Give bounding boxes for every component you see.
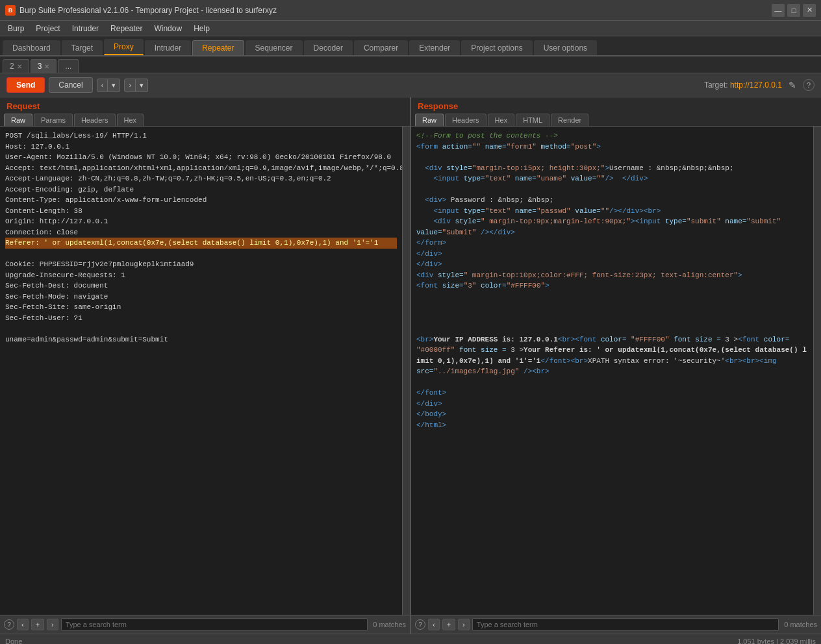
request-tab-raw[interactable]: Raw — [4, 114, 32, 126]
request-content[interactable]: POST /sqli_labs/Less-19/ HTTP/1.1 Host: … — [0, 127, 402, 615]
response-tab-html[interactable]: HTML — [516, 114, 549, 126]
request-search-help[interactable]: ? — [4, 619, 14, 630]
burpsuite-logo: B — [5, 5, 16, 16]
request-search-clear[interactable]: › — [47, 619, 58, 630]
tab-repeater[interactable]: Repeater — [192, 40, 244, 55]
request-pane: Request Raw Params Headers Hex POST /sql… — [0, 97, 411, 634]
request-search-input[interactable] — [61, 618, 368, 631]
repeater-tab-2[interactable]: 2 ✕ — [3, 59, 29, 73]
request-highlighted-line: Referer: ' or updatexml(1,concat(0x7e,(s… — [5, 238, 397, 249]
menu-project[interactable]: Project — [31, 23, 65, 34]
nav-forward-group: › ▾ — [124, 79, 148, 92]
resp-comment: <!--Form to post the contents --> — [416, 132, 558, 140]
tab-extender[interactable]: Extender — [409, 40, 460, 55]
repeater-tab-3-label: 3 — [38, 62, 42, 71]
nav-forward-button[interactable]: › — [124, 79, 136, 92]
menu-repeater[interactable]: Repeater — [105, 23, 147, 34]
menu-window[interactable]: Window — [149, 23, 187, 34]
response-body-container: <!--Form to post the contents --> <form … — [411, 127, 821, 615]
menu-burp[interactable]: Burp — [3, 23, 29, 34]
request-tab-params[interactable]: Params — [34, 114, 73, 126]
cancel-button[interactable]: Cancel — [49, 77, 92, 93]
response-tabs: Raw Headers Hex HTML Render — [411, 114, 821, 127]
request-body: POST /sqli_labs/Less-19/ HTTP/1.1 Host: … — [0, 127, 410, 615]
nav-back-dropdown[interactable]: ▾ — [108, 79, 120, 92]
edit-target-button[interactable]: ✎ — [786, 79, 799, 92]
nav-back-group: ‹ ▾ — [97, 79, 121, 92]
menubar: Burp Project Intruder Repeater Window He… — [0, 21, 821, 36]
nav-back-button[interactable]: ‹ — [97, 79, 108, 92]
maximize-button[interactable]: □ — [787, 4, 800, 17]
request-search-bar: ? ‹ + › 0 matches — [0, 615, 410, 634]
statusbar-left: Done — [5, 638, 22, 645]
response-search-help[interactable]: ? — [415, 619, 425, 630]
menu-intruder[interactable]: Intruder — [67, 23, 104, 34]
repeater-tab-bar: 2 ✕ 3 ✕ ... — [0, 56, 821, 73]
repeater-tab-3-close[interactable]: ✕ — [44, 63, 49, 70]
resp-form: <form — [416, 143, 438, 151]
close-button[interactable]: ✕ — [803, 4, 816, 17]
response-tab-render[interactable]: Render — [551, 114, 588, 126]
response-pane: Response Raw Headers Hex HTML Render <!-… — [411, 97, 821, 634]
statusbar: Done 1,051 bytes | 2,039 millis — [0, 634, 821, 644]
request-tab-hex[interactable]: Hex — [117, 114, 144, 126]
response-search-clear[interactable]: › — [458, 619, 470, 630]
response-search-prev[interactable]: ‹ — [428, 619, 440, 630]
toolbar: Send Cancel ‹ ▾ › ▾ Target: http://127.0… — [0, 73, 821, 97]
request-search-prev[interactable]: ‹ — [17, 619, 29, 630]
request-scrollbar[interactable] — [402, 127, 410, 615]
response-search-matches: 0 matches — [784, 621, 817, 628]
main-tab-bar: Dashboard Target Proxy Intruder Repeater… — [0, 36, 821, 56]
repeater-tab-3[interactable]: 3 ✕ — [31, 59, 57, 73]
request-tab-headers[interactable]: Headers — [74, 114, 116, 126]
response-content[interactable]: <!--Form to post the contents --> <form … — [411, 127, 813, 615]
request-line-1: POST /sqli_labs/Less-19/ HTTP/1.1 Host: … — [5, 132, 402, 236]
send-button[interactable]: Send — [6, 77, 45, 93]
statusbar-right: 1,051 bytes | 2,039 millis — [737, 638, 816, 645]
tab-intruder[interactable]: Intruder — [145, 40, 191, 55]
response-tab-hex[interactable]: Hex — [488, 114, 515, 126]
window-title: Burp Suite Professional v2.1.06 - Tempor… — [19, 6, 277, 15]
tab-decoder[interactable]: Decoder — [304, 40, 353, 55]
titlebar-left: B Burp Suite Professional v2.1.06 - Temp… — [5, 5, 277, 16]
tab-dashboard[interactable]: Dashboard — [3, 40, 60, 55]
repeater-tab-more-label: ... — [65, 62, 71, 71]
main-content: Request Raw Params Headers Hex POST /sql… — [0, 97, 821, 634]
response-tab-raw[interactable]: Raw — [415, 114, 444, 126]
target-label: Target: http://127.0.0.1 — [704, 80, 782, 90]
response-title: Response — [411, 97, 821, 114]
repeater-tab-2-label: 2 — [10, 62, 14, 71]
tab-target[interactable]: Target — [62, 40, 103, 55]
repeater-tab-more[interactable]: ... — [58, 59, 79, 73]
target-url: http://127.0.0.1 — [730, 80, 782, 90]
tab-project-options[interactable]: Project options — [461, 40, 532, 55]
request-title: Request — [0, 97, 410, 114]
response-search-next[interactable]: + — [442, 619, 455, 630]
request-search-next[interactable]: + — [31, 619, 44, 630]
tab-comparer[interactable]: Comparer — [354, 40, 408, 55]
response-search-input[interactable] — [472, 618, 779, 631]
titlebar: B Burp Suite Professional v2.1.06 - Temp… — [0, 0, 821, 21]
request-remaining: Cookie: PHPSESSID=rjjv2e7pmlougkeplk1mti… — [5, 260, 194, 343]
response-scrollbar[interactable] — [813, 127, 821, 615]
request-search-matches: 0 matches — [373, 621, 406, 628]
response-search-bar: ? ‹ + › 0 matches — [411, 615, 821, 634]
minimize-button[interactable]: — — [772, 4, 785, 17]
nav-forward-dropdown[interactable]: ▾ — [136, 79, 148, 92]
tab-user-options[interactable]: User options — [534, 40, 597, 55]
request-tabs: Raw Params Headers Hex — [0, 114, 410, 127]
help-button[interactable]: ? — [803, 79, 815, 91]
repeater-tab-2-close[interactable]: ✕ — [17, 63, 22, 70]
window-controls: — □ ✕ — [772, 4, 816, 17]
menu-help[interactable]: Help — [188, 23, 215, 34]
response-tab-headers[interactable]: Headers — [445, 114, 486, 126]
tab-sequencer[interactable]: Sequencer — [246, 40, 303, 55]
tab-proxy[interactable]: Proxy — [104, 39, 144, 55]
